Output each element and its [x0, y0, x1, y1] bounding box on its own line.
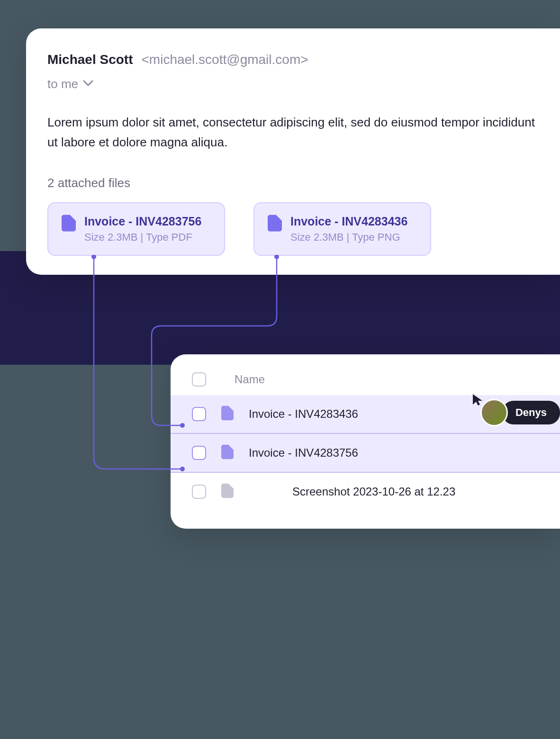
email-body: Lorem ipsum dolor sit amet, consectetur … [47, 113, 539, 152]
file-icon [221, 483, 234, 500]
file-name: Invoice - INV4283436 [249, 407, 358, 421]
attachments-count: 2 attached files [47, 176, 539, 190]
email-card: Michael Scott <michael.scott@gmail.com> … [26, 28, 560, 275]
file-row[interactable]: Invoice - INV4283436 Denys [171, 395, 560, 434]
file-row[interactable]: Screenshot 2023-10-26 at 12.23 [192, 473, 560, 511]
sender-email: <michael.scott@gmail.com> [141, 52, 308, 67]
attachment-meta: Size 2.3MB | Type PDF [84, 231, 201, 243]
avatar [480, 399, 508, 426]
file-icon [268, 215, 282, 234]
attachment-card[interactable]: Invoice - INV4283436 Size 2.3MB | Type P… [253, 202, 431, 256]
attachment-title: Invoice - INV4283436 [290, 215, 407, 228]
attachment-title: Invoice - INV4283756 [84, 215, 201, 228]
sender-row: Michael Scott <michael.scott@gmail.com> [47, 52, 539, 67]
file-name: Invoice - INV4283756 [249, 446, 358, 460]
chevron-down-icon [83, 80, 93, 89]
attachments-row: Invoice - INV4283756 Size 2.3MB | Type P… [47, 202, 539, 256]
attachment-meta: Size 2.3MB | Type PNG [290, 231, 407, 243]
column-header-name: Name [235, 373, 265, 386]
file-icon [221, 406, 234, 423]
cursor-icon [472, 393, 483, 408]
recipient-label: to me [47, 77, 78, 91]
file-name: Screenshot 2023-10-26 at 12.23 [292, 485, 455, 498]
file-icon [221, 444, 234, 461]
recipient-dropdown[interactable]: to me [47, 77, 539, 91]
collaborator-name: Denys [502, 401, 560, 424]
file-icon [62, 215, 76, 234]
collaborator-cursor: Denys [480, 399, 560, 426]
file-list-card: Name Invoice - INV4283436 Denys [171, 354, 560, 529]
row-checkbox[interactable] [192, 407, 206, 421]
select-all-checkbox[interactable] [192, 372, 206, 387]
row-checkbox[interactable] [192, 485, 206, 499]
file-list-header: Name [192, 372, 560, 395]
row-checkbox[interactable] [192, 446, 206, 460]
file-row[interactable]: Invoice - INV4283756 [171, 434, 560, 473]
attachment-card[interactable]: Invoice - INV4283756 Size 2.3MB | Type P… [47, 202, 225, 256]
sender-name: Michael Scott [47, 52, 133, 67]
